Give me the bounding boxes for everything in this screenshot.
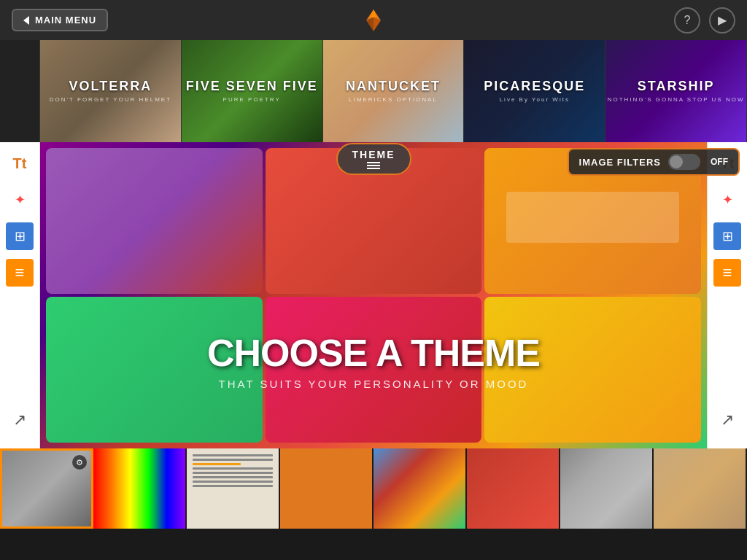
text-tool-button[interactable]: Tt bbox=[6, 149, 34, 177]
theme-subtitle-picaresque: Live By Your Wits bbox=[500, 96, 570, 103]
logo bbox=[359, 6, 388, 35]
star-tool-button-right[interactable]: ✦ bbox=[713, 186, 741, 214]
toggle-switch[interactable] bbox=[668, 154, 700, 170]
thumbnail-list[interactable] bbox=[187, 448, 280, 529]
theme-card-volterra[interactable]: VOLTERRA DON'T FORGET YOUR HELMET bbox=[40, 40, 182, 142]
share-button-right[interactable]: ↗ bbox=[713, 406, 741, 434]
star-tool-button[interactable]: ✦ bbox=[6, 186, 34, 214]
main-canvas: CHOOSE A THEME THAT SUITS YOUR PERSONALI… bbox=[40, 142, 707, 448]
share-button-left[interactable]: ↗ bbox=[6, 406, 34, 434]
thumb-bg-orange bbox=[280, 448, 372, 529]
image-filters-toggle[interactable]: IMAGE FILTERS OFF bbox=[568, 148, 740, 176]
thumbnail-red[interactable] bbox=[467, 448, 560, 529]
top-bar: MAIN MENU ? ▶ bbox=[0, 0, 747, 40]
canvas-text-overlay: CHOOSE A THEME THAT SUITS YOUR PERSONALI… bbox=[74, 334, 674, 390]
thumbnail-mono[interactable] bbox=[560, 448, 654, 529]
thumb-bg-books bbox=[374, 448, 465, 529]
glass-item-1 bbox=[46, 148, 263, 294]
theme-title-volterra: VOLTERRA bbox=[69, 79, 152, 94]
toggle-knob bbox=[670, 155, 683, 168]
back-arrow-icon bbox=[23, 16, 29, 25]
theme-card-fivesevenfive[interactable]: FIVE SEVEN FIVE PURE POETRY bbox=[182, 40, 323, 142]
toggle-state-label: OFF bbox=[711, 157, 728, 167]
bottom-strip: ⚙ + bbox=[0, 448, 747, 529]
theme-subtitle-starship: NOTHING'S GONNA STOP US NOW bbox=[608, 96, 745, 103]
theme-card-nantucket[interactable]: NANTUCKET LIMERICKS OPTIONAL bbox=[323, 40, 465, 142]
theme-card-picaresque[interactable]: PICARESQUE Live By Your Wits bbox=[464, 40, 605, 142]
layout-tool-button-right[interactable]: ⊞ bbox=[713, 222, 741, 250]
thumb-bg-mono bbox=[560, 448, 652, 529]
canvas-background bbox=[40, 142, 707, 448]
doc-tool-button-right[interactable]: ≡ bbox=[713, 259, 741, 287]
theme-title-starship: STARSHIP bbox=[638, 79, 715, 94]
left-sidebar: Tt ✦ ⊞ ≡ ↗ bbox=[0, 142, 40, 448]
sunglasses-grid bbox=[40, 142, 707, 448]
theme-card-starship[interactable]: STARSHIP NOTHING'S GONNA STOP US NOW bbox=[605, 40, 747, 142]
thumb-bg-red bbox=[467, 448, 559, 529]
main-subheadline: THAT SUITS YOUR PERSONALITY OR MOOD bbox=[74, 378, 674, 390]
theme-title-picaresque: PICARESQUE bbox=[484, 79, 585, 94]
logo-bird-icon bbox=[359, 6, 388, 35]
theme-title-fivesevenfive: FIVE SEVEN FIVE bbox=[186, 79, 318, 94]
main-headline: CHOOSE A THEME bbox=[74, 334, 674, 372]
theme-card-partial[interactable] bbox=[0, 40, 40, 142]
layout-tool-button[interactable]: ⊞ bbox=[6, 222, 34, 250]
middle-section: THEME IMAGE FILTERS OFF Tt ✦ ⊞ ≡ ↗ bbox=[0, 142, 747, 448]
main-menu-label: MAIN MENU bbox=[35, 15, 96, 26]
theme-picker-button[interactable]: THEME bbox=[336, 143, 411, 175]
play-button[interactable]: ▶ bbox=[709, 7, 735, 34]
help-button[interactable]: ? bbox=[674, 7, 700, 34]
theme-pill-lines bbox=[367, 162, 380, 169]
thumb-bg-stripes bbox=[93, 448, 185, 529]
thumb-bg-food bbox=[654, 448, 746, 529]
settings-icon-glasses[interactable]: ⚙ bbox=[72, 455, 87, 470]
thumb-bg-list bbox=[187, 448, 279, 529]
thumbnail-glasses[interactable]: ⚙ bbox=[0, 448, 93, 529]
thumbnail-orange[interactable] bbox=[280, 448, 374, 529]
theme-subtitle-nantucket: LIMERICKS OPTIONAL bbox=[349, 96, 438, 103]
main-menu-button[interactable]: MAIN MENU bbox=[12, 9, 108, 31]
thumbnail-stripes[interactable] bbox=[93, 448, 187, 529]
thumbnail-food[interactable] bbox=[654, 448, 747, 529]
thumbnail-books[interactable] bbox=[374, 448, 467, 529]
right-sidebar: Tt ✦ ⊞ ≡ ↗ bbox=[707, 142, 747, 448]
theme-carousel: VOLTERRA DON'T FORGET YOUR HELMET FIVE S… bbox=[0, 40, 747, 142]
image-filters-label: IMAGE FILTERS bbox=[579, 157, 661, 168]
theme-subtitle-fivesevenfive: PURE POETRY bbox=[223, 96, 281, 103]
theme-subtitle-volterra: DON'T FORGET YOUR HELMET bbox=[50, 96, 171, 103]
top-right-controls: ? ▶ bbox=[674, 7, 735, 34]
theme-title-nantucket: NANTUCKET bbox=[346, 79, 441, 94]
doc-tool-button[interactable]: ≡ bbox=[6, 259, 34, 287]
theme-pill-label: THEME bbox=[352, 149, 395, 160]
